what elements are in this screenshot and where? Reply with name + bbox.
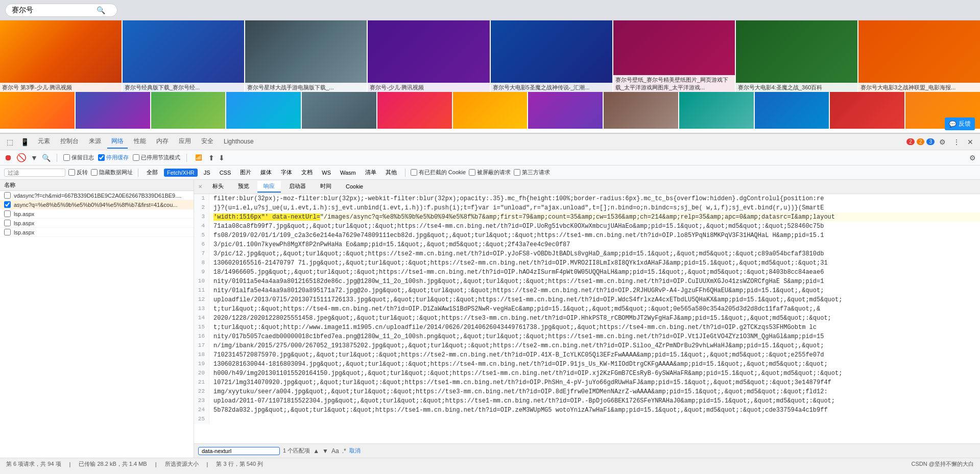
thumb-6[interactable] xyxy=(377,92,452,129)
more-icon[interactable]: ⋮ xyxy=(950,137,963,147)
code-tab-initiator[interactable]: 启动器 xyxy=(283,181,312,193)
thumb-9[interactable] xyxy=(604,92,678,129)
code-tab-headers[interactable]: 标头 xyxy=(206,181,230,193)
tab-network[interactable]: 网络 xyxy=(107,135,128,149)
tab-lighthouse[interactable]: Lighthouse xyxy=(220,136,258,148)
thumb-10[interactable] xyxy=(679,92,754,129)
settings-network-icon[interactable]: ⚙ xyxy=(969,154,976,162)
image-card-3[interactable]: 赛尔号星球大战手游电脑版下载_... xyxy=(245,20,367,92)
close-devtools-icon[interactable]: ✕ xyxy=(965,137,976,147)
filter-fetch-xhr[interactable]: Fetch/XHR xyxy=(164,169,198,177)
file-item-4[interactable]: lsp.aspx xyxy=(0,219,194,228)
thumb-8[interactable] xyxy=(528,92,603,129)
close-tab-btn[interactable]: ✕ xyxy=(198,184,202,189)
filter-media[interactable]: 媒体 xyxy=(257,168,275,177)
download-btn[interactable]: ⬇ xyxy=(219,154,225,162)
filter-doc[interactable]: 文档 xyxy=(298,168,316,177)
third-party-label[interactable]: 第三方请求 xyxy=(514,169,550,176)
thumb-1[interactable] xyxy=(0,92,75,129)
file-item-5[interactable]: lsp.aspx xyxy=(0,228,194,237)
filter-img[interactable]: 图片 xyxy=(237,168,254,177)
image-card-5[interactable]: 赛尔号大电影5圣魔之战神传说-_汇潮... xyxy=(491,20,612,92)
file-item-3[interactable]: lsp.aspx xyxy=(0,209,194,219)
file-item-2[interactable]: async?q=%e8%b5%9b%e5%b0%94%e5%8f%b7&firs… xyxy=(0,200,194,209)
filter-icon[interactable]: ▼ xyxy=(31,154,38,162)
preserve-log-checkbox[interactable] xyxy=(63,154,70,161)
hide-data-url-label[interactable]: 隐藏数据网址 xyxy=(91,169,133,176)
disable-cache-label[interactable]: 停用缓存 xyxy=(98,154,129,161)
settings-icon[interactable]: ⚙ xyxy=(937,137,948,147)
hide-data-url-checkbox[interactable] xyxy=(91,169,98,176)
image-card-6[interactable]: 赛尔号壁纸_赛尔号精美壁纸图片_网页游戏下载_太平洋游戏网图库_太平洋游戏... xyxy=(613,20,735,92)
filter-font[interactable]: 字体 xyxy=(278,168,295,177)
code-tab-preview[interactable]: 预览 xyxy=(232,181,255,193)
throttle-checkbox[interactable] xyxy=(133,154,139,161)
browser-search-bar[interactable]: 🔍 xyxy=(5,4,117,17)
case-sensitive-btn[interactable]: Aa xyxy=(331,447,339,455)
file-item-5-checkbox[interactable] xyxy=(4,229,11,235)
filter-all[interactable]: 全部 xyxy=(144,168,161,177)
file-list-scroll[interactable]: vdasync?f=ch&mid=667B339D61BE9C2A0E62667… xyxy=(0,191,194,458)
blocked-cookie-label[interactable]: 有已拦截的 Cookie xyxy=(411,169,466,176)
filter-ws[interactable]: WS xyxy=(319,169,334,177)
search-cancel-btn[interactable]: 取消 xyxy=(349,447,361,455)
thumb-2[interactable] xyxy=(76,92,150,129)
filter-other[interactable]: 其他 xyxy=(383,168,400,177)
search-network-btn[interactable]: 🔍 xyxy=(42,154,51,162)
file-item-3-checkbox[interactable] xyxy=(4,210,11,217)
tab-console[interactable]: 控制台 xyxy=(56,135,83,149)
code-tab-cookie[interactable]: Cookie xyxy=(340,182,369,192)
regex-btn[interactable]: .* xyxy=(342,447,346,455)
thumb-5[interactable] xyxy=(302,92,376,129)
image-card-2[interactable]: 赛尔号经典版下载_赛尔号经... xyxy=(123,20,244,92)
file-item-1[interactable]: vdasync?f=ch&mid=667B339D61BE9C2A0E62667… xyxy=(0,191,194,200)
file-item-4-checkbox[interactable] xyxy=(4,220,11,226)
filter-wasm[interactable]: Wasm xyxy=(337,169,359,177)
image-card-4[interactable]: 赛尔号-少儿·腾讯视频 xyxy=(368,20,489,92)
upload-btn[interactable]: ⬆ xyxy=(208,154,214,162)
tab-memory[interactable]: 内存 xyxy=(152,135,173,149)
tab-security[interactable]: 安全 xyxy=(197,135,218,149)
clear-btn[interactable]: 🚫 xyxy=(16,153,27,162)
wifi-icon[interactable]: 📶 xyxy=(193,153,204,162)
code-tab-timing[interactable]: 时间 xyxy=(314,181,338,193)
tab-elements[interactable]: 元素 xyxy=(34,135,54,149)
devtools-device-icon[interactable]: 📱 xyxy=(18,137,32,147)
code-search-input[interactable] xyxy=(198,447,280,455)
filter-input[interactable] xyxy=(4,169,65,177)
code-content[interactable]: 1filter:blur(32px);-moz-filter:blur(32px… xyxy=(194,194,980,443)
thumb-4[interactable] xyxy=(226,92,301,129)
preserve-log-label[interactable]: 保留日志 xyxy=(63,154,94,161)
thumb-3[interactable] xyxy=(151,92,226,129)
feedback-button[interactable]: 💬 反馈 xyxy=(945,117,975,130)
file-item-2-checkbox[interactable] xyxy=(4,201,11,208)
file-item-1-checkbox[interactable] xyxy=(4,192,11,199)
disable-cache-checkbox[interactable] xyxy=(98,154,105,161)
blocked-cookie-checkbox[interactable] xyxy=(411,169,417,176)
throttle-label[interactable]: 已停用节流模式 xyxy=(133,154,180,161)
image-card-1[interactable]: 赛尔号 第3季-少儿·腾讯视频 xyxy=(0,20,122,92)
invert-checkbox[interactable] xyxy=(68,169,75,176)
third-party-checkbox[interactable] xyxy=(514,169,520,176)
thumb-7[interactable] xyxy=(453,92,528,129)
browser-search-button[interactable]: 🔍 xyxy=(97,6,105,14)
blocked-request-checkbox[interactable] xyxy=(469,169,475,176)
blocked-request-label[interactable]: 被屏蔽的请求 xyxy=(469,169,511,176)
filter-css[interactable]: CSS xyxy=(217,169,234,177)
filter-js[interactable]: JS xyxy=(201,169,213,177)
thumb-12[interactable] xyxy=(830,92,904,129)
image-card-7[interactable]: 赛尔号大电影4:圣魔之战_360百科 xyxy=(736,20,857,92)
invert-label[interactable]: 反转 xyxy=(68,169,88,176)
filter-manifest[interactable]: 清单 xyxy=(362,168,379,177)
tab-application[interactable]: 应用 xyxy=(175,135,195,149)
search-nav-up[interactable]: ▲ xyxy=(313,447,319,455)
image-card-8[interactable]: 赛尔号大电影3之战神联盟_电影海报... xyxy=(858,20,980,92)
search-nav-down[interactable]: ▼ xyxy=(322,447,328,455)
code-tab-response[interactable]: 响应 xyxy=(257,181,281,193)
devtools-cursor-icon[interactable]: ⬚ xyxy=(4,137,16,147)
thumb-11[interactable] xyxy=(755,92,829,129)
record-btn[interactable]: ⏺ xyxy=(4,153,12,162)
browser-search-input[interactable] xyxy=(12,6,93,14)
tab-sources[interactable]: 来源 xyxy=(85,135,105,149)
tab-performance[interactable]: 性能 xyxy=(130,135,150,149)
